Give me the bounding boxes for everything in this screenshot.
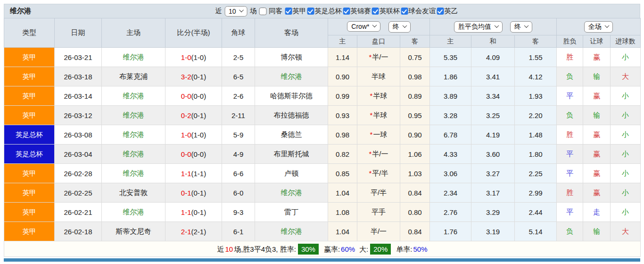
- asia-away-odds-cell: 0.98: [400, 67, 430, 86]
- asia-away-odds-cell: 0.90: [400, 125, 430, 145]
- league-label: 英乙: [444, 7, 458, 16]
- date-cell: 26-02-21: [55, 203, 102, 222]
- league-checkbox-0[interactable]: [285, 8, 292, 15]
- league-cell: 英甲: [4, 183, 55, 203]
- home-team-cell: 斯蒂文尼奇: [102, 222, 165, 241]
- result-cell: 胜: [557, 183, 583, 203]
- chevron-down-icon: [605, 23, 610, 28]
- match-row: 英甲26-02-25北安普敦0-1(0-1)6-0维尔港1.04平/半0.842…: [4, 183, 641, 203]
- asia-away-odds-cell: 1.03: [400, 164, 430, 183]
- league-checkbox-5[interactable]: [437, 8, 444, 15]
- result-cell: 胜: [557, 48, 583, 67]
- league-cell: 英足总杯: [4, 125, 55, 145]
- handicap-result-cell: 输: [583, 67, 611, 86]
- chevron-down-icon: [372, 23, 377, 27]
- league-cell: 英甲: [4, 48, 55, 67]
- date-cell: 26-03-04: [55, 145, 102, 164]
- europe-home-odds-cell: 2.34: [430, 183, 471, 203]
- col-header-corner: 角球: [222, 18, 255, 48]
- handicap-result-cell: 赢: [583, 48, 611, 67]
- goals-result-cell: 小: [611, 86, 641, 106]
- date-cell: 26-03-08: [55, 125, 102, 145]
- europe-avg-select[interactable]: 胜平负均值: [454, 21, 503, 33]
- handicap-result-cell: 输: [583, 106, 611, 125]
- handicap-cell: *平/半: [357, 164, 400, 183]
- handicap-cell: *一球: [357, 125, 400, 145]
- handicap-rate-value: 60%: [341, 245, 355, 253]
- col-header-date: 日期: [55, 18, 102, 48]
- date-cell: 26-03-14: [55, 86, 102, 106]
- recent-count-select[interactable]: 10: [224, 6, 248, 17]
- europe-home-odds-cell: 3.28: [430, 106, 471, 125]
- europe-draw-odds-cell: 3.60: [471, 145, 515, 164]
- match-row: 英足总杯26-03-08维尔港1-0(1-0)5-9桑德兰0.98*一球0.90…: [4, 125, 641, 145]
- goals-result-cell: 小: [611, 145, 641, 164]
- col-header-score: 比分(半场): [165, 18, 222, 48]
- score-cell: 1-0(1-0): [165, 48, 222, 67]
- asia-odds-time-select[interactable]: 终: [388, 21, 411, 33]
- score-cell: 0-0(0-0): [165, 86, 222, 106]
- europe-home-odds-cell: 2.76: [430, 203, 471, 222]
- odds-company-select[interactable]: Crow*: [347, 21, 380, 32]
- sub-header: 主: [430, 35, 471, 48]
- filter-controls: 近 10 场 同客 英甲英足总杯英锦赛英联杯球会友谊英乙: [215, 4, 458, 18]
- handicap-result-cell: 赢: [583, 183, 611, 203]
- europe-odds-time-select[interactable]: 终: [510, 21, 532, 33]
- result-cell: 平: [557, 86, 583, 106]
- goals-result-cell: 小: [611, 164, 641, 183]
- sub-header: 客: [515, 35, 557, 48]
- match-row: 英甲26-02-21维尔港1-1(0-1)9-3雷丁1.08平手0.802.76…: [4, 203, 641, 222]
- away-team-cell: 雷丁: [255, 203, 328, 222]
- col-header-home: 主场: [102, 18, 165, 48]
- league-checkbox-4[interactable]: [401, 8, 408, 15]
- corners-cell: 2-5: [222, 48, 255, 67]
- europe-draw-odds-cell: 3.34: [471, 86, 515, 106]
- home-team-cell: 维尔港: [102, 164, 165, 183]
- league-checkbox-group: 英甲英足总杯英锦赛英联杯球会友谊英乙: [285, 7, 458, 16]
- league-cell: 英甲: [4, 67, 55, 86]
- odd-rate-value: 50%: [413, 245, 427, 253]
- league-label: 球会友谊: [408, 7, 436, 16]
- result-cell: 负: [557, 106, 583, 125]
- handicap-result-cell: 赢: [583, 86, 611, 106]
- score-cell: 3-2(0-1): [165, 67, 222, 86]
- match-rows: 英甲26-03-21维尔港1-0(1-0)2-5博尔顿1.14*半/一0.755…: [4, 48, 641, 241]
- handicap-rate-label: 赢率:: [324, 245, 340, 253]
- match-row: 英甲26-03-21维尔港1-0(1-0)2-5博尔顿1.14*半/一0.755…: [4, 48, 641, 67]
- league-checkbox-1[interactable]: [307, 8, 314, 15]
- chevron-down-icon: [524, 23, 529, 28]
- score-cell: 1-1(0-1): [165, 203, 222, 222]
- europe-away-odds-cell: 2.99: [515, 183, 557, 203]
- asia-home-odds-cell: 0.98: [328, 125, 357, 145]
- league-cell: 英甲: [4, 86, 55, 106]
- handicap-cell: 平手: [357, 203, 400, 222]
- result-cell: 平: [557, 145, 583, 164]
- score-cell: 1-0(1-0): [165, 125, 222, 145]
- handicap-result-cell: 输: [583, 222, 611, 241]
- asia-home-odds-cell: 0.82: [328, 145, 357, 164]
- sub-header: 胜负: [557, 35, 583, 48]
- asia-odds-header: Crow* 终: [328, 18, 430, 35]
- europe-draw-odds-cell: 3.41: [471, 67, 515, 86]
- col-header-type: 类型: [4, 18, 55, 48]
- score-cell: 0-2(0-1): [165, 106, 222, 125]
- sub-header: 进球数: [611, 35, 641, 48]
- chevron-down-icon: [494, 23, 499, 28]
- same-venue-checkbox[interactable]: [259, 8, 266, 15]
- europe-draw-odds-cell: 4.19: [471, 125, 515, 145]
- asia-home-odds-cell: 1.14: [328, 48, 357, 67]
- result-cell: 平: [557, 164, 583, 183]
- sub-header: 主: [328, 35, 357, 48]
- home-team-cell: 维尔港: [102, 145, 165, 164]
- europe-draw-odds-cell: 3.29: [471, 203, 515, 222]
- score-cell: 1-1(1-1): [165, 164, 222, 183]
- win-rate-badge: 30%: [298, 244, 319, 255]
- league-checkbox-3[interactable]: [372, 8, 379, 15]
- europe-away-odds-cell: 2.20: [515, 106, 557, 125]
- league-label: 英甲: [292, 7, 306, 16]
- europe-away-odds-cell: 2.25: [515, 164, 557, 183]
- asia-away-odds-cell: 0.80: [400, 203, 430, 222]
- match-row: 英甲26-02-28维尔港1-1(1-1)6-6卢顿0.85*平/半1.033.…: [4, 164, 641, 183]
- scope-select[interactable]: 全场: [584, 21, 613, 33]
- league-checkbox-2[interactable]: [343, 8, 350, 15]
